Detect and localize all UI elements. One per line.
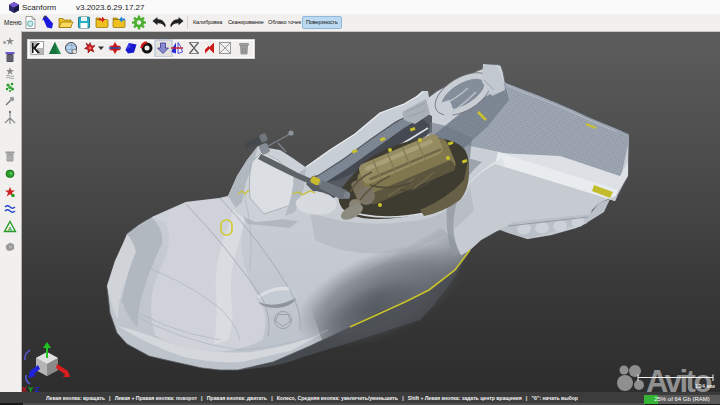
svg-text:A: A (8, 226, 13, 232)
svg-text:s: s (3, 39, 6, 45)
svg-text:134 мм: 134 мм (695, 383, 715, 389)
